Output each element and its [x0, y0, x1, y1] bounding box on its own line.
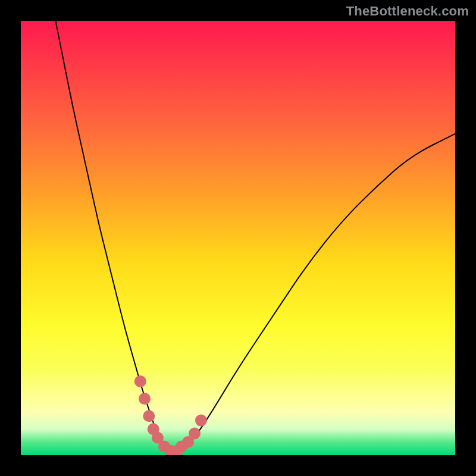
highlight-dots [134, 375, 207, 455]
chart-frame: TheBottleneck.com [0, 0, 476, 476]
watermark-text: TheBottleneck.com [346, 4, 469, 19]
highlight-dot [189, 428, 201, 440]
highlight-dot [134, 375, 146, 387]
plot-area [21, 21, 455, 455]
highlight-dot [139, 393, 151, 405]
highlight-dot [195, 415, 207, 427]
highlight-dot [143, 410, 155, 422]
curve-svg [21, 21, 455, 455]
bottleneck-curve [55, 21, 455, 451]
